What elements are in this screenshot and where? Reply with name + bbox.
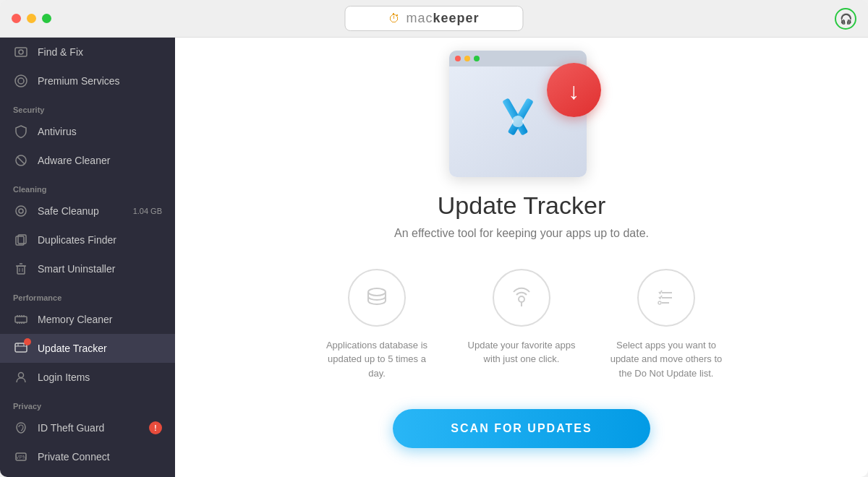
svg-point-2: [15, 75, 27, 87]
sidebar-section-security: Security: [0, 95, 175, 117]
ban-icon: [13, 152, 29, 168]
sidebar-item-id-theft-guard[interactable]: ID Theft Guard !: [0, 413, 175, 442]
titlebar-right: 🎧: [835, 8, 856, 30]
svg-rect-0: [15, 48, 27, 56]
vpn-icon: VPN: [13, 449, 29, 465]
clock-icon: ⏱: [388, 12, 400, 25]
sidebar-item-premium-services[interactable]: Premium Services: [0, 66, 175, 95]
minimize-button[interactable]: [27, 14, 36, 23]
sidebar-item-antivirus[interactable]: Antivirus: [0, 117, 175, 146]
hero-illustration: ↓: [442, 59, 601, 177]
titlebar-search-box: ⏱ mackeeper: [344, 6, 523, 31]
sidebar-item-smart-uninstaller[interactable]: Smart Uninstaller: [0, 254, 175, 283]
broadcast-icon: [509, 285, 535, 311]
wrench-icon: [13, 44, 29, 60]
database-icon-circle: [348, 269, 406, 327]
sidebar-section-cleaning: Cleaning: [0, 175, 175, 197]
close-button[interactable]: [12, 14, 21, 23]
svg-point-36: [368, 288, 386, 296]
feature-item-select-apps: Select apps you want to update and move …: [608, 269, 724, 381]
titlebar: ⏱ mackeeper 🎧: [0, 0, 868, 38]
fingerprint-icon: [13, 420, 29, 436]
main-layout: Find & Fix Premium Services Security Ant…: [0, 38, 868, 477]
broadcast-icon-circle: [493, 269, 550, 327]
list-check-icon: [653, 285, 679, 311]
titlebar-center: ⏱ mackeeper: [344, 6, 523, 31]
feature-item-one-click: Update your favorite apps with just one …: [464, 269, 579, 381]
scan-for-updates-button[interactable]: SCAN FOR UPDATES: [393, 409, 650, 448]
person-icon: [13, 369, 29, 385]
support-icon[interactable]: 🎧: [835, 8, 856, 30]
sidebar-section-performance: Performance: [0, 283, 175, 305]
sidebar-section-privacy: Privacy: [0, 392, 175, 413]
feature-subtitle: An effective tool for keeping your apps …: [394, 227, 649, 240]
sidebar-item-memory-cleaner[interactable]: Memory Cleaner: [0, 305, 175, 334]
app-store-svg: [485, 89, 550, 154]
alert-badge: !: [149, 421, 162, 434]
mock-minimize: [464, 56, 470, 61]
svg-point-1: [19, 50, 23, 54]
svg-point-37: [519, 296, 524, 302]
svg-point-6: [16, 206, 26, 216]
download-arrow-icon: ↓: [569, 78, 580, 105]
list-check-icon-circle: [637, 269, 695, 327]
sidebar-item-login-items[interactable]: Login Items: [0, 363, 175, 392]
sidebar-item-safe-cleanup[interactable]: Safe Cleanup 1.04 GB: [0, 197, 175, 225]
feature-desc-one-click: Update your favorite apps with just one …: [464, 338, 579, 366]
update-tracker-icon: [13, 340, 29, 356]
feature-item-database: Applications database is updated up to 5…: [319, 269, 435, 381]
download-badge: ↓: [547, 63, 601, 117]
feature-desc-select-apps: Select apps you want to update and move …: [608, 338, 724, 381]
sidebar: Find & Fix Premium Services Security Ant…: [0, 38, 175, 477]
svg-point-42: [658, 301, 661, 304]
mock-maximize: [474, 56, 480, 61]
trash-icon: [13, 261, 29, 277]
traffic-lights: [12, 14, 51, 23]
mock-close: [455, 56, 461, 61]
sidebar-item-update-tracker[interactable]: Update Tracker: [0, 334, 175, 363]
cleanup-icon: [13, 203, 29, 219]
svg-point-35: [512, 116, 524, 127]
shield-icon: [13, 124, 29, 139]
svg-point-28: [19, 373, 24, 378]
copy-icon: [13, 232, 29, 248]
memory-icon: [13, 311, 29, 327]
star-icon: [13, 73, 29, 89]
svg-point-3: [18, 78, 24, 84]
svg-rect-15: [15, 317, 27, 322]
database-icon: [364, 285, 390, 311]
svg-point-7: [19, 209, 23, 213]
app-brand: mackeeper: [406, 11, 479, 26]
features-row: Applications database is updated up to 5…: [319, 269, 724, 381]
feature-desc-database: Applications database is updated up to 5…: [319, 338, 435, 381]
svg-text:VPN: VPN: [16, 455, 26, 460]
sidebar-item-stopad[interactable]: StopAd: [0, 471, 175, 477]
svg-rect-10: [17, 266, 25, 274]
sidebar-item-find-fix[interactable]: Find & Fix: [0, 38, 175, 66]
maximize-button[interactable]: [42, 14, 51, 23]
svg-line-5: [17, 157, 25, 164]
sidebar-item-adware-cleaner[interactable]: Adware Cleaner: [0, 146, 175, 175]
main-content: ↓ Update Tracker An effective tool for k…: [175, 38, 868, 477]
sidebar-item-private-connect[interactable]: VPN Private Connect: [0, 442, 175, 471]
sidebar-item-duplicates-finder[interactable]: Duplicates Finder: [0, 225, 175, 254]
feature-title: Update Tracker: [438, 192, 605, 220]
